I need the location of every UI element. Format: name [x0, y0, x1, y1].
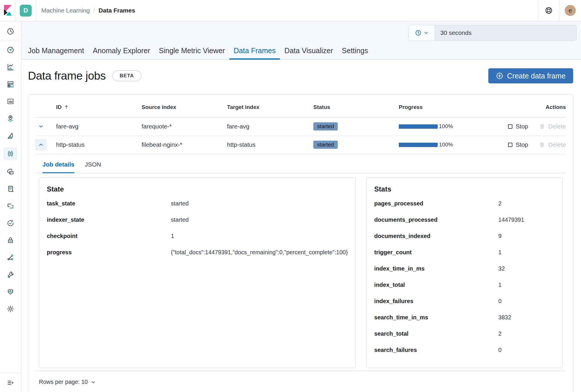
header-divider [15, 0, 16, 21]
time-picker-quick-menu[interactable] [409, 25, 435, 40]
status-badge: started [313, 122, 338, 130]
scroll-icon [7, 185, 14, 193]
tab-data-frames[interactable]: Data Frames [229, 43, 280, 60]
top-bar-right: e [538, 0, 581, 21]
sidebar-divider [0, 40, 21, 40]
cell-actions: Stop Delete [485, 123, 566, 130]
sidebar-item-monitoring[interactable] [4, 286, 17, 298]
stats-row: index_time_in_ms 32 [374, 264, 555, 273]
create-data-frame-label: Create data frame [507, 72, 566, 80]
stats-row: documents_indexed 9 [374, 232, 555, 240]
clock-icon [415, 30, 421, 36]
help-menu-button[interactable] [538, 0, 559, 21]
life-ring-icon [545, 6, 553, 15]
time-picker-value[interactable]: 30 seconds [435, 25, 576, 40]
app-sidebar [0, 21, 21, 392]
delete-action[interactable]: Delete [539, 141, 566, 148]
sidebar-item-infrastructure[interactable] [4, 166, 17, 178]
table-header-row: ID Source index Target index Status Prog… [35, 97, 566, 117]
sidebar-item-maps[interactable] [4, 113, 17, 124]
stats-value: 3832 [498, 313, 555, 322]
trash-icon [539, 142, 545, 148]
stop-icon [508, 124, 512, 129]
tab-job-details[interactable]: Job details [42, 161, 74, 173]
tab-data-visualizer[interactable]: Data Visualizer [280, 43, 337, 60]
stats-row: trigger_count 1 [374, 248, 555, 257]
state-value: {"total_docs":14479391,"docs_remaining":… [171, 248, 348, 257]
page-header: Data frame jobs BETA Create data frame [28, 67, 573, 84]
tab-anomaly-explorer[interactable]: Anomaly Explorer [88, 43, 154, 60]
breadcrumb-machine-learning[interactable]: Machine Learning [41, 7, 90, 14]
column-header-progress[interactable]: Progress [399, 104, 485, 110]
space-switcher[interactable]: D [20, 5, 32, 17]
sidebar-item-apm[interactable] [4, 130, 17, 142]
sidebar-item-management[interactable] [4, 303, 17, 315]
sidebar-item-logs[interactable] [4, 183, 17, 195]
sidebar-item-visualize[interactable] [4, 61, 17, 73]
expand-row-button-fare-avg[interactable] [35, 121, 47, 132]
page-title: Data frame jobs [28, 69, 106, 82]
tab-single-metric-viewer[interactable]: Single Metric Viewer [155, 43, 229, 60]
stats-label: index_failures [374, 297, 498, 305]
stats-row: index_total 1 [374, 280, 555, 289]
chevron-up-icon [38, 142, 44, 148]
stop-action[interactable]: Stop [508, 123, 528, 130]
column-header-target-index[interactable]: Target index [227, 104, 313, 110]
sidebar-item-siem[interactable] [4, 235, 17, 246]
stop-action[interactable]: Stop [508, 141, 528, 148]
sidebar-item-dev-tools[interactable] [4, 269, 17, 280]
detail-cards: State task_state started indexer_state s… [35, 173, 566, 368]
ml-nav-tabs: Job Management Anomaly Explorer Single M… [24, 43, 372, 60]
breadcrumb-separator: / [93, 7, 95, 14]
delete-action[interactable]: Delete [539, 123, 566, 130]
stats-row: pages_processed 2 [374, 199, 555, 208]
sidebar-item-dashboard[interactable] [4, 78, 17, 90]
stats-label: index_time_in_ms [374, 264, 498, 273]
sidebar-item-recently-viewed[interactable] [4, 26, 17, 37]
sidebar-item-canvas[interactable] [4, 96, 17, 107]
sidebar-item-machine-learning[interactable] [3, 147, 17, 160]
bar-chart-icon [7, 63, 14, 71]
sidebar-item-graph[interactable] [4, 252, 17, 263]
status-badge: started [313, 141, 338, 149]
machine-learning-icon [6, 150, 15, 158]
cell-target-index: http-status [227, 141, 313, 148]
rows-per-page-button[interactable]: Rows per page: 10 [39, 379, 96, 385]
state-label: progress [47, 248, 171, 257]
state-label: checkpoint [47, 232, 171, 240]
tab-job-management[interactable]: Job Management [24, 43, 88, 60]
kibana-logo-icon [3, 5, 13, 16]
stats-value: 0 [498, 297, 555, 305]
chevron-down-icon [423, 30, 429, 35]
state-row: indexer_state started [47, 215, 348, 224]
progress-label: 100% [439, 123, 453, 130]
create-data-frame-button[interactable]: Create data frame [488, 68, 573, 83]
sidebar-item-uptime[interactable] [4, 217, 17, 229]
tab-json[interactable]: JSON [85, 161, 101, 173]
sidebar-bottom [0, 373, 21, 392]
sidebar-collapse-button[interactable] [4, 377, 17, 389]
sidebar-item-discover[interactable] [4, 44, 17, 56]
sidebar-item-code[interactable] [4, 200, 17, 212]
column-header-source-index[interactable]: Source index [142, 104, 227, 110]
stop-label: Stop [516, 141, 528, 148]
time-picker: 30 seconds [409, 25, 577, 41]
kibana-logo[interactable] [0, 0, 15, 21]
stats-row: search_failures 0 [374, 346, 555, 354]
collapse-row-button-http-status[interactable] [35, 139, 47, 151]
column-header-id[interactable]: ID [56, 104, 142, 110]
wrench-icon [7, 271, 14, 278]
table-row: fare-avg farequote-* fare-avg started 10… [35, 117, 566, 136]
beta-badge: BETA [112, 70, 142, 81]
stats-value: 2 [498, 199, 555, 208]
column-header-status[interactable]: Status [313, 104, 399, 110]
heartbeat-icon [7, 288, 14, 296]
gear-icon [7, 305, 14, 313]
delete-label: Delete [548, 123, 566, 130]
stats-value: 0 [498, 346, 555, 354]
stop-label: Stop [516, 123, 528, 130]
tab-settings[interactable]: Settings [337, 43, 372, 60]
user-avatar[interactable]: e [565, 5, 576, 16]
uptime-check-icon [7, 219, 14, 227]
chevron-down-icon [91, 380, 96, 385]
